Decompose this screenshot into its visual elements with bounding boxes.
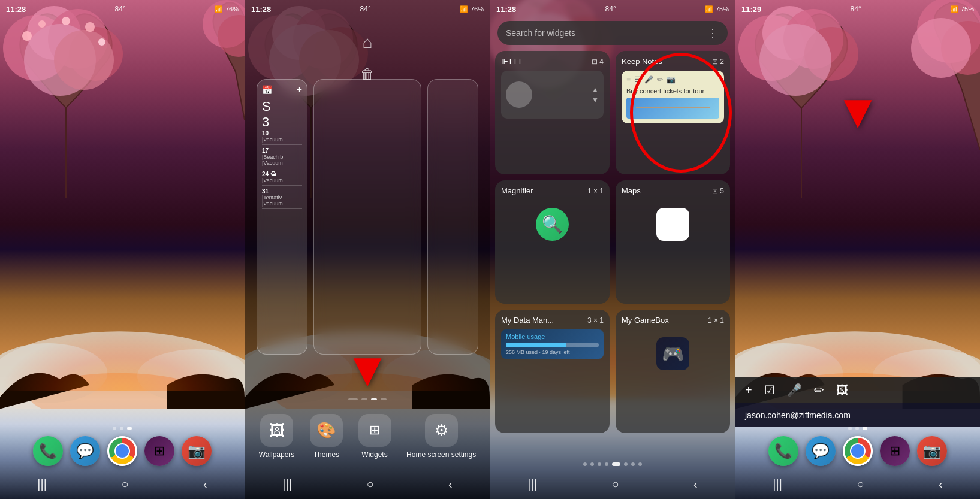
status-temp-1: 84°	[115, 5, 126, 13]
widget-maps[interactable]: Maps ⊡ 5 🗺	[616, 180, 730, 304]
notes-count: ⊡ 2	[712, 58, 724, 66]
dock-slack-4[interactable]: ⊞	[880, 436, 910, 466]
data-widget-content: Mobile usage 256 MB used · 19 days left	[501, 329, 604, 359]
delete-icon-edit[interactable]: 🗑	[360, 66, 375, 83]
home-settings-label: Home screen settings	[406, 450, 476, 459]
data-body: Mobile usage 256 MB used · 19 days left	[501, 329, 604, 377]
data-size: 3 × 1	[587, 316, 604, 325]
dock-phone-4[interactable]: 📞	[768, 436, 798, 466]
p2-dot-3	[371, 398, 377, 400]
mag-size: 1 × 1	[587, 187, 604, 195]
notes-pen-btn[interactable]: ✏	[814, 383, 824, 397]
p3-dot-1	[583, 462, 587, 466]
bridge-drawing	[636, 107, 710, 119]
widget-magnifier[interactable]: Magnifier 1 × 1 🔍	[495, 180, 610, 304]
notes-add-btn[interactable]: +	[745, 383, 752, 397]
nav-menu-3[interactable]: |||	[527, 477, 537, 491]
panel-notes-added: 11:29 84° 📶 75% ▼ + ☑ 🎤 ✏ 🖼 jason.cohen@…	[735, 0, 980, 499]
svg-point-36	[759, 24, 831, 96]
svg-point-6	[22, 31, 32, 41]
nav-back-3[interactable]: ‹	[693, 477, 698, 491]
signal-icon-4: 📶	[950, 5, 958, 13]
status-bar-1: 11:28 84° 📶 76%	[0, 0, 245, 18]
notes-image-btn[interactable]: 🖼	[836, 383, 848, 397]
status-temp-2: 84°	[360, 5, 371, 13]
keep-notes-widget-overlay: + ☑ 🎤 ✏ 🖼 jason.cohen@ziffmedia.com	[735, 377, 980, 427]
battery-1: 76%	[225, 5, 239, 13]
cal-row-3: 24 🌤 |Vacuum	[262, 171, 302, 186]
ifttt-body: ▲ ▼	[501, 71, 604, 119]
menu-themes[interactable]: 🎨 Themes	[310, 414, 343, 459]
status-time-4: 11:29	[741, 5, 761, 14]
status-bar-3: 11:28 84° 📶 75%	[490, 0, 735, 18]
dock-camera-1[interactable]: 📷	[182, 436, 212, 466]
nav-menu-2[interactable]: |||	[282, 477, 292, 491]
status-icons-3: 📶 75%	[705, 5, 729, 13]
svg-point-9	[85, 22, 95, 32]
nav-home-2[interactable]: ○	[366, 477, 373, 491]
widget-gamebox[interactable]: My GameBox 1 × 1 🎮	[616, 310, 730, 433]
themes-icon-box: 🎨	[310, 414, 343, 447]
dock-messages-1[interactable]: 💬	[70, 436, 100, 466]
dock-chrome-4[interactable]	[843, 436, 873, 466]
widgets-grid: IFTTT ⊡ 4 ▲ ▼ Keep Notes	[495, 51, 730, 433]
status-icons-2: 📶 76%	[460, 5, 484, 13]
panel-widgets: 11:28 84° 📶 75% Search for widgets ⋮ IFT…	[490, 0, 735, 499]
panel-edit: 11:28 84° 📶 76% ⌂ 🗑 📅 + S3 10 |Vacuum	[245, 0, 490, 499]
notes-mic-icon: 🎤	[644, 75, 653, 84]
notes-check-btn[interactable]: ☑	[764, 383, 775, 397]
right-preview-card[interactable]	[427, 79, 478, 355]
nav-menu-4[interactable]: |||	[773, 477, 782, 491]
ifttt-circle	[506, 81, 532, 108]
page-dots-4	[735, 427, 980, 430]
bottom-nav-3: ||| ○ ‹	[490, 469, 735, 499]
nav-back-1[interactable]: ‹	[203, 477, 207, 491]
notes-mic-btn[interactable]: 🎤	[787, 383, 802, 397]
nav-home-1[interactable]: ○	[121, 477, 128, 491]
bottom-nav-1: ||| ○ ‹	[0, 469, 245, 499]
gamebox-icon: 🎮	[656, 337, 689, 370]
notes-toolbar-bar: + ☑ 🎤 ✏ 🖼	[735, 377, 980, 403]
nav-home-3[interactable]: ○	[611, 477, 619, 491]
battery-2: 76%	[471, 5, 484, 13]
ifttt-count: ⊡ 4	[592, 58, 604, 66]
p4-dot-3	[863, 427, 867, 430]
dock-camera-4[interactable]: 📷	[917, 436, 947, 466]
calendar-widget-card[interactable]: 📅 + S3 10 |Vacuum 17 |Beach b |Vacuum 24…	[257, 79, 307, 355]
dock-messages-4[interactable]: 💬	[806, 436, 836, 466]
nav-back-4[interactable]: ‹	[939, 477, 943, 491]
notes-count-num: 2	[720, 58, 724, 66]
p3-dot-3	[598, 462, 601, 466]
notes-name: Keep Notes	[622, 57, 662, 66]
widget-search-bar[interactable]: Search for widgets ⋮	[497, 21, 728, 45]
widget-data-manager[interactable]: My Data Man... 3 × 1 Mobile usage 256 MB…	[495, 310, 610, 433]
dot-1	[113, 427, 116, 430]
dock-slack-1[interactable]: ⊞	[144, 436, 174, 466]
status-bar-4: 11:29 84° 📶 75%	[735, 0, 980, 18]
widget-keep-notes[interactable]: Keep Notes ⊡ 2 ≡ ☰ 🎤 ✏ 📷 Buy concert tic…	[616, 51, 730, 174]
mag-icon: 🔍	[536, 208, 569, 241]
notes-list-icon: ≡	[626, 75, 631, 84]
bottom-nav-4: ||| ○ ‹	[735, 469, 980, 499]
menu-widgets[interactable]: ⊞ Widgets	[358, 414, 391, 459]
p2-dot-4	[381, 398, 387, 400]
p3-dot-4	[605, 462, 608, 466]
wallpapers-label: Wallpapers	[259, 450, 295, 459]
dock-chrome-1[interactable]	[107, 436, 137, 466]
widget-ifttt[interactable]: IFTTT ⊡ 4 ▲ ▼	[495, 51, 610, 174]
nav-menu-1[interactable]: |||	[37, 477, 47, 491]
menu-wallpapers[interactable]: 🖼 Wallpapers	[259, 414, 295, 459]
p2-dot-1	[348, 398, 358, 400]
search-more-icon[interactable]: ⋮	[707, 26, 719, 40]
dock-phone-1[interactable]: 📞	[33, 436, 63, 466]
home-icon-edit[interactable]: ⌂	[363, 33, 373, 52]
center-preview-card[interactable]	[313, 79, 421, 355]
nav-home-4[interactable]: ○	[857, 477, 864, 491]
nav-back-2[interactable]: ‹	[448, 477, 453, 491]
gamebox-body: 🎮	[622, 329, 724, 377]
mag-body: 🔍	[501, 200, 604, 248]
tree-left-svg	[0, 0, 132, 198]
themes-label: Themes	[313, 450, 339, 459]
tree-right-edge-svg	[197, 0, 245, 120]
menu-home-settings[interactable]: ⚙ Home screen settings	[406, 414, 476, 459]
